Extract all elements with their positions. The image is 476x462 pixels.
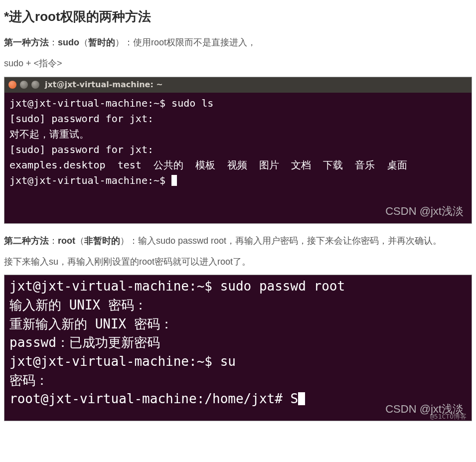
terminal-2-watermark2: @51CTO博客 xyxy=(430,412,467,422)
t1-l5: jxt@jxt-virtual-machine:~$ xyxy=(9,174,171,186)
method2-note: 非暂时的 xyxy=(84,236,120,246)
method1-desc: 使用root权限而不是直接进入， xyxy=(133,37,256,47)
cursor-icon xyxy=(298,392,305,405)
method2-label: 第二种方法 xyxy=(4,236,49,246)
method2-desc: 输入sudo passwd root，再输入用户密码，接下来会让你密码，并再次确… xyxy=(138,236,442,246)
close-icon[interactable] xyxy=(8,81,16,89)
method2-intro: 第二种方法：root（非暂时的）：输入sudo passwd root，再输入用… xyxy=(4,233,472,249)
method1-note: 暂时的 xyxy=(88,37,115,47)
t2-l3: passwd：已成功更新密码 xyxy=(9,335,160,350)
t2-l6: root@jxt-virtual-machine:/home/jxt# S xyxy=(9,391,298,406)
minimize-icon[interactable] xyxy=(20,81,28,89)
method1-intro: 第一种方法：sudo（暂时的）：使用root权限而不是直接进入， xyxy=(4,34,472,50)
terminal-1-titlebar: jxt@jxt-virtual-machine: ~ xyxy=(4,77,472,93)
method1-tool: sudo xyxy=(58,37,79,47)
terminal-1-watermark: CSDN @jxt浅淡 xyxy=(385,203,464,220)
t2-l1: 输入新的 UNIX 密码： xyxy=(9,298,147,312)
method1-label: 第一种方法 xyxy=(4,37,49,47)
terminal-2: jxt@jxt-virtual-machine:~$ sudo passwd r… xyxy=(4,275,472,421)
terminal-1-title: jxt@jxt-virtual-machine: ~ xyxy=(45,79,163,91)
t2-l5: 密码： xyxy=(9,373,48,388)
t1-l1: [sudo] password for jxt: xyxy=(9,113,154,125)
maximize-icon[interactable] xyxy=(31,81,39,89)
method2-tool: root xyxy=(58,236,75,246)
t2-l4: jxt@jxt-virtual-machine:~$ su xyxy=(9,354,236,369)
t1-l0: jxt@jxt-virtual-machine:~$ sudo ls xyxy=(9,97,213,109)
terminal-2-body: jxt@jxt-virtual-machine:~$ sudo passwd r… xyxy=(4,275,472,421)
t1-l2: 对不起，请重试。 xyxy=(9,128,89,140)
page-title: *进入root权限的两种方法 xyxy=(4,8,472,25)
t1-l4: examples.desktop test 公共的 模板 视频 图片 文档 下载… xyxy=(9,159,407,171)
t2-l0: jxt@jxt-virtual-machine:~$ sudo passwd r… xyxy=(9,279,345,294)
method2-step2: 接下来输入su，再输入刚刚设置的root密码就可以进入root了。 xyxy=(4,254,472,270)
cursor-icon xyxy=(171,175,177,186)
terminal-1: jxt@jxt-virtual-machine: ~ jxt@jxt-virtu… xyxy=(4,77,472,224)
t2-l2: 重新输入新的 UNIX 密码： xyxy=(9,316,173,331)
method1-usage: sudo + <指令> xyxy=(4,55,472,71)
t1-l3: [sudo] password for jxt: xyxy=(9,144,154,155)
